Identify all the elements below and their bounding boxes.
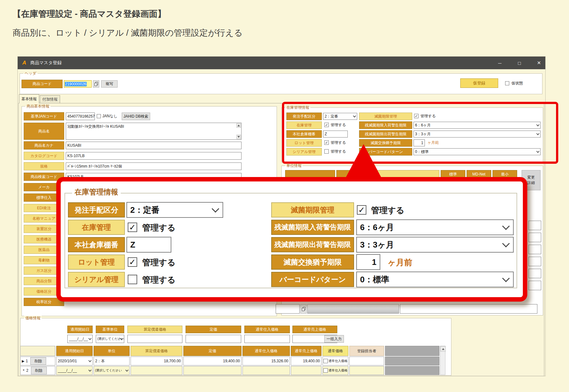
callout-shelf-label: 本社倉庫棚番 <box>68 237 125 252</box>
duplicate-button[interactable]: 複写 <box>101 80 118 88</box>
magnified-callout: 在庫管理情報 発注手配区分 2：定番 滅菌期限管理 ✓ 管理する 在庫管理 ✓ … <box>56 177 527 302</box>
scroll-up-button[interactable] <box>440 346 446 352</box>
callout-in-warn-select: 6：6ヶ月 <box>356 219 514 235</box>
detail-label: 詳細 <box>527 180 535 186</box>
temp-state-checkbox[interactable] <box>505 81 509 85</box>
textarea-scroll-up[interactable] <box>236 123 241 128</box>
copy-icon <box>95 82 98 86</box>
row2-unit-select[interactable]: (選択してください <box>94 366 130 375</box>
filter-unit-select[interactable]: (選択してください <box>96 335 124 343</box>
spec-input[interactable]: ﾊﾞﾙｰﾝ15mm ｶﾃｰﾃﾙ107cm ﾏｰｶ2個 <box>66 162 242 170</box>
grace-input[interactable]: 1 <box>413 139 425 146</box>
check-icon: ✓ <box>325 141 328 145</box>
callout-stock-mgmt-text: 管理する <box>142 222 175 233</box>
callout-order-type-select: 2：定番 <box>126 202 223 218</box>
tab-basic-info[interactable]: 基本情報 <box>19 94 39 103</box>
callout-out-warn-value: 3：3ヶ月 <box>360 239 394 250</box>
callout-arrow-icon <box>343 144 384 182</box>
row1-normal-price-checkbox[interactable] <box>323 359 328 363</box>
chevron-down-icon <box>89 359 92 362</box>
page-subtitle: 商品別に、ロット / シリアル / 滅菌期限の管理設定が行える <box>13 27 243 39</box>
table-header-purchase: 通常仕入価格 <box>242 346 290 356</box>
shelf-input[interactable]: Z <box>323 131 348 138</box>
filter-base-unit-header: 基準単位 <box>96 326 124 333</box>
page-title: 【在庫管理設定 - 商品マスタ登録画面】 <box>13 8 166 20</box>
callout-lot-mgmt-checkbox: ✓ <box>128 257 137 267</box>
catalog-code-input[interactable]: KS-107LB <box>66 152 242 160</box>
lot-mgmt-checkbox[interactable]: ✓ <box>324 140 329 145</box>
unit-bottom-input-wide[interactable] <box>400 304 537 314</box>
unit-field-4[interactable] <box>529 257 541 266</box>
serial-mgmt-checkbox[interactable] <box>324 149 329 154</box>
row1-date-select[interactable]: 2020/10/01 <box>56 357 93 365</box>
unit-field-6[interactable] <box>529 281 541 290</box>
textarea-scroll-down[interactable] <box>236 135 241 139</box>
row2-normal-price-checkbox[interactable] <box>323 368 328 373</box>
chevron-down-icon <box>536 132 540 135</box>
down-arrow-icon <box>237 136 240 138</box>
serial-mgmt-label: シリアル管理 <box>286 148 322 156</box>
unit-copy-button[interactable] <box>300 304 307 314</box>
product-code-copy-button[interactable] <box>93 80 99 88</box>
no-jan-checkbox[interactable] <box>97 114 101 118</box>
product-code-input[interactable]: 2190000026 <box>64 80 92 88</box>
row1-reimburse: 18,700.00 <box>131 357 182 365</box>
row2-date-select[interactable]: ____/__/__ <box>56 366 93 375</box>
row1-normal-price-cell: 通常仕入価格 <box>322 357 348 365</box>
table-header-list-price: 定価 <box>183 346 242 356</box>
sterile-mgmt-checkbox[interactable]: ✓ <box>414 114 419 118</box>
temp-register-button[interactable]: 仮登録 <box>460 78 498 88</box>
out-warn-select[interactable]: 3：3ヶ月 <box>413 131 541 138</box>
shelf-label: 本社倉庫棚番 <box>286 130 322 138</box>
jan-code-label: 基準JANコード <box>24 112 64 120</box>
unit-field-1[interactable] <box>529 221 541 230</box>
table-row: ＊ 2 削除 <box>20 366 55 375</box>
row-marker: ＊ <box>22 368 26 373</box>
row-marker: ▶ <box>22 359 24 363</box>
unit-field-2[interactable] <box>529 233 541 242</box>
filter-date-select[interactable]: ____/__/__ <box>67 335 93 343</box>
row1-sales: 19,400.00 <box>291 357 321 365</box>
window-title: 商品マスタ登録 <box>30 60 62 66</box>
row1-filler <box>385 357 439 365</box>
table-scrollbar[interactable] <box>440 346 445 375</box>
stock-mgmt-checkbox[interactable]: ✓ <box>324 123 329 127</box>
chevron-down-icon <box>125 369 129 372</box>
chevron-down-icon <box>89 369 92 372</box>
callout-grace-input: 1 <box>356 254 380 270</box>
product-name-textarea[interactable]: 冠動脈ｶﾃｰﾃﾙ交換用ｶﾃｰﾃﾙ KUSABI <box>66 123 242 140</box>
kana-input[interactable]: KUSABI <box>66 142 242 149</box>
minimize-button[interactable]: ─ <box>495 57 505 69</box>
screen: 【在庫管理設定 - 商品マスタ登録画面】 商品別に、ロット / シリアル / 滅… <box>0 0 569 392</box>
chevron-down-icon <box>211 205 219 213</box>
callout-sterile-mgmt-checkbox: ✓ <box>357 205 366 215</box>
maximize-button[interactable]: □ <box>515 57 524 69</box>
check-icon: ✓ <box>325 123 328 127</box>
filter-list-price-input[interactable] <box>186 335 241 343</box>
in-warn-select[interactable]: 6：6ヶ月 <box>413 122 541 129</box>
unit-field-3[interactable] <box>529 245 541 254</box>
chevron-down-icon <box>502 275 510 282</box>
unit-bottom-input[interactable] <box>276 304 300 314</box>
row1-registrar <box>349 357 384 365</box>
unit-field-5[interactable] <box>529 269 541 278</box>
delete-button[interactable]: 削除 <box>31 367 47 374</box>
product-name-label: 商品名 <box>24 123 64 140</box>
barcode-value: 0：標準 <box>415 149 429 155</box>
row1-date: 2020/10/01 <box>58 359 77 363</box>
row2-unit: (選択してください <box>95 368 122 373</box>
check-icon: ✓ <box>358 205 365 215</box>
close-button[interactable]: ✕ <box>534 57 544 69</box>
barcode-select[interactable]: 0：標準 <box>413 148 541 155</box>
tab-additional-info[interactable]: 付加情報 <box>40 95 60 103</box>
callout-barcode-label: バーコードパターン <box>271 272 354 287</box>
filter-purchase-input[interactable] <box>244 335 290 343</box>
filter-reimburse-input[interactable] <box>127 335 182 343</box>
jan-code-input[interactable]: 4540778166257 <box>66 113 95 120</box>
row2-normal-price-cell: 通常仕入価格 <box>322 366 348 375</box>
sterile-mgmt-label: 滅菌期限管理 <box>359 113 412 120</box>
jahid-db-search-button[interactable]: JAHID DB検索 <box>122 113 150 120</box>
delete-button[interactable]: 削除 <box>30 357 46 365</box>
bulk-input-button[interactable]: 一括入力 <box>324 335 344 343</box>
order-type-select[interactable]: 2：定番 <box>323 113 357 120</box>
